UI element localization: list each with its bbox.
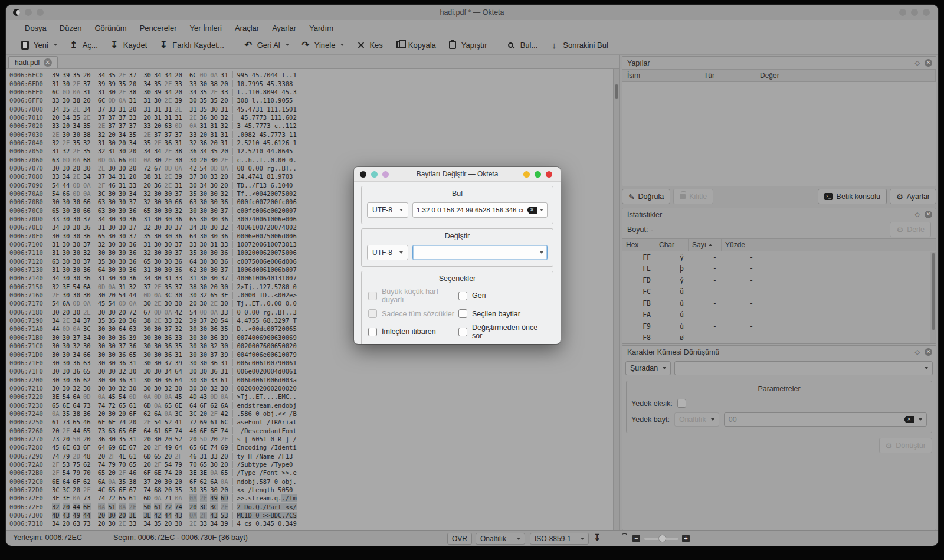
hex-byte[interactable]: 20 <box>175 469 182 476</box>
hex-byte[interactable]: 64 <box>175 376 182 384</box>
hex-byte[interactable]: 36 <box>221 198 228 205</box>
hex-byte[interactable]: 31 <box>221 139 228 146</box>
hex-byte[interactable]: 68 <box>83 156 91 163</box>
hex-byte[interactable]: 67 <box>143 309 151 316</box>
hex-byte[interactable]: 68 <box>154 486 162 493</box>
toolbar-sonrakini-bul[interactable]: ↓Sonrakini Bul <box>543 37 614 53</box>
hex-byte[interactable]: 30 <box>200 198 208 205</box>
hex-byte[interactable]: 61 <box>52 418 60 425</box>
toolbar-farkli-kaydet[interactable]: ↧Farklı Kaydet... <box>153 37 230 53</box>
hex-byte[interactable]: 61 <box>154 503 162 510</box>
hex-byte[interactable]: 30 <box>98 368 106 375</box>
hex-byte[interactable]: 30 <box>73 224 80 231</box>
hex-byte[interactable]: 33 <box>210 453 218 460</box>
hex-byte[interactable]: 34 <box>154 148 162 155</box>
hex-byte[interactable]: 65 <box>83 368 91 375</box>
hex-chars[interactable]: 006e0020004d0061 <box>232 368 297 375</box>
hex-chars[interactable]: 0074006900630069 <box>232 334 297 341</box>
hex-byte[interactable]: 30 <box>154 224 162 231</box>
menu-yer-i-mleri[interactable]: Yer İmleri <box>184 22 228 34</box>
hex-byte[interactable]: 74 <box>143 486 151 493</box>
hex-byte[interactable]: 30 <box>143 342 151 349</box>
hex-byte[interactable]: 2E <box>98 165 106 172</box>
hex-chars[interactable]: TD../F13 6.1040 <box>232 182 297 189</box>
menu-gorunum[interactable]: Görünüm <box>88 22 132 34</box>
hex-byte[interactable]: 0A <box>189 122 197 129</box>
hex-byte[interactable]: 6D <box>143 453 151 460</box>
hex-byte[interactable]: 0A <box>154 292 162 299</box>
hex-byte[interactable]: 39 <box>221 334 228 341</box>
hex-byte[interactable]: 70 <box>189 461 197 468</box>
hex-byte[interactable]: 36 <box>129 207 137 214</box>
hex-byte[interactable]: 0A <box>154 494 162 502</box>
hex-byte[interactable]: 65 <box>143 258 151 265</box>
hex-byte[interactable]: 30 <box>210 274 218 281</box>
hex-byte[interactable]: 30 <box>63 266 70 273</box>
menu-yardim[interactable]: Yardım <box>303 22 339 34</box>
hex-byte[interactable]: 30 <box>73 215 80 222</box>
hex-byte[interactable]: 20 <box>210 317 218 324</box>
hex-byte[interactable]: 36 <box>210 359 218 366</box>
hex-byte[interactable]: 37 <box>129 122 137 129</box>
hex-byte[interactable]: 32 <box>119 368 126 375</box>
hex-byte[interactable]: 32 <box>52 139 60 146</box>
hex-byte[interactable]: 35 <box>210 148 218 155</box>
hex-byte[interactable]: 0D <box>210 165 218 172</box>
hex-byte[interactable]: 30 <box>63 376 70 384</box>
float-panel-icon[interactable]: ◇ <box>915 211 920 218</box>
hex-byte[interactable]: 20 <box>165 435 172 443</box>
hex-byte[interactable]: 37 <box>175 131 182 138</box>
hex-byte[interactable]: 35 <box>210 97 218 104</box>
option-secilen-baytlar[interactable]: Seçilen baytlar <box>458 309 546 318</box>
hex-byte[interactable]: 4C <box>98 486 106 493</box>
hex-byte[interactable]: 36 <box>83 224 91 231</box>
hex-byte[interactable]: 63 <box>165 122 172 129</box>
hex-byte[interactable]: 64 <box>175 444 182 451</box>
hex-chars[interactable]: 00 0.00 rg..BT.. <box>232 165 297 172</box>
hex-byte[interactable]: 0D <box>73 300 80 307</box>
hex-byte[interactable]: 53 <box>221 512 228 519</box>
hex-byte[interactable]: 65 <box>165 402 172 409</box>
hex-byte[interactable]: 34 <box>73 351 80 358</box>
hex-byte[interactable]: 6E <box>200 444 208 451</box>
hex-byte[interactable]: 30 <box>221 342 228 349</box>
hex-byte[interactable]: 3C <box>52 486 60 493</box>
hex-byte[interactable]: 30 <box>108 249 116 256</box>
hex-byte[interactable]: 72 <box>143 165 151 172</box>
hex-byte[interactable]: 30 <box>210 198 218 205</box>
hex-byte[interactable]: 44 <box>52 325 60 332</box>
hex-byte[interactable]: 30 <box>63 131 70 138</box>
hex-byte[interactable]: 36 <box>129 274 137 281</box>
hex-byte[interactable]: 30 <box>200 368 208 375</box>
hex-byte[interactable]: 0D <box>98 283 106 290</box>
dialog-close-button[interactable] <box>546 171 552 178</box>
hex-chars[interactable]: 0020002000200020 <box>232 385 297 392</box>
hex-byte[interactable]: 32 <box>175 325 182 332</box>
hex-byte[interactable]: 0A <box>73 89 80 96</box>
hex-byte[interactable]: 62 <box>83 478 91 485</box>
toolbar-bul[interactable]: Bul... <box>501 37 544 53</box>
hex-chars[interactable]: 0006e0075006d006 <box>232 232 297 240</box>
hex-byte[interactable]: 36 <box>189 148 197 155</box>
hex-byte[interactable]: 30 <box>52 232 60 240</box>
hex-byte[interactable]: 2F <box>221 435 228 443</box>
hex-byte[interactable]: 2F <box>98 182 106 189</box>
hex-byte[interactable]: 2E <box>83 114 91 121</box>
hex-byte[interactable]: 31 <box>200 122 208 129</box>
hex-byte[interactable]: 36 <box>165 334 172 341</box>
hex-byte[interactable]: 20 <box>119 317 126 324</box>
hex-byte[interactable]: 30 <box>119 249 126 256</box>
hex-chars[interactable]: /Subtype /Type0 <box>232 461 297 468</box>
hex-byte[interactable]: 69 <box>108 444 116 451</box>
hex-byte[interactable]: 2E <box>154 300 162 307</box>
hex-byte[interactable]: 30 <box>98 325 106 332</box>
degistir-encoding-dropdown[interactable]: UTF-8 <box>367 245 408 260</box>
float-panel-icon[interactable]: ◇ <box>915 348 920 356</box>
hex-byte[interactable]: 33 <box>108 106 116 113</box>
hex-byte[interactable]: 30 <box>108 266 116 273</box>
hex-byte[interactable]: 37 <box>221 266 228 273</box>
hex-byte[interactable]: 2F <box>63 427 70 434</box>
hex-byte[interactable]: 65 <box>129 461 137 468</box>
hex-byte[interactable]: 30 <box>63 232 70 240</box>
hex-byte[interactable]: 32 <box>83 249 91 256</box>
